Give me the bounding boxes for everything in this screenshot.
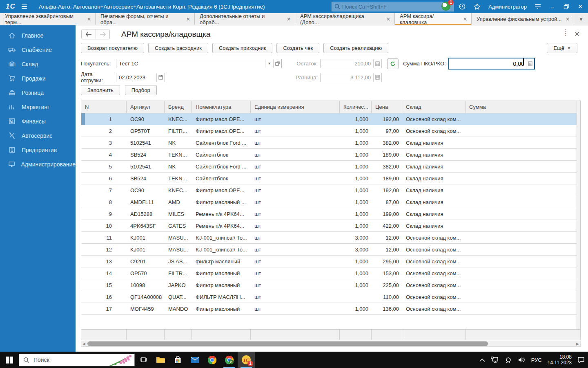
rest-calculator-icon[interactable] [373, 59, 381, 68]
table-cell[interactable]: Склад наличия [402, 184, 466, 196]
table-cell[interactable]: 1,000 [340, 220, 372, 231]
sidebar-item-retail[interactable]: Розница [0, 85, 76, 100]
sidebar-item-autoservice[interactable]: Автосервис [0, 128, 76, 143]
sidebar-item-home[interactable]: Главное [0, 28, 76, 43]
table-cell[interactable]: TEKN... [165, 149, 192, 160]
col-header-nomenclature[interactable]: Номенклатура [192, 101, 251, 113]
table-cell[interactable]: 422,00 [372, 220, 402, 231]
table-cell[interactable]: Основной склад ком... [402, 256, 466, 267]
col-header-quantity[interactable]: Количес... [340, 101, 372, 113]
task-view-button[interactable] [135, 352, 152, 368]
current-user[interactable]: Администратор [488, 4, 527, 10]
sidebar-item-sales[interactable]: Продажи [0, 71, 76, 85]
refresh-button[interactable] [387, 58, 399, 69]
table-cell[interactable] [466, 220, 580, 231]
table-cell[interactable]: Фильтр масл.OPE... [192, 113, 251, 125]
vertical-scrollbar[interactable] [577, 101, 580, 329]
table-cell[interactable]: 192,00 [372, 184, 402, 196]
network-icon[interactable] [491, 357, 499, 363]
back-button[interactable] [82, 29, 96, 39]
table-cell[interactable]: Основной склад ком... [402, 232, 466, 243]
table-cell[interactable]: KNEC... [165, 184, 192, 196]
col-header-warehouse[interactable]: Склад [402, 101, 466, 113]
taskbar-clock[interactable]: 18:08 14.11.2023 [548, 354, 572, 366]
table-cell[interactable]: 1,000 [340, 279, 372, 291]
table-cell[interactable]: NK [165, 161, 192, 172]
table-cell[interactable]: 4 [81, 149, 127, 160]
table-cell[interactable]: 189,00 [372, 149, 402, 160]
table-row[interactable]: 6SB524TEKN...Сайлентблокшт1,000189,00Скл… [81, 173, 580, 184]
tab-arm-cashier[interactable]: АРМ кассира/кладовщка✕ [395, 13, 472, 25]
table-cell[interactable]: 15 [81, 279, 127, 291]
table-cell[interactable]: шт [251, 291, 340, 303]
tab-close-icon[interactable]: ✕ [287, 16, 291, 22]
tab-print-forms[interactable]: Печатные формы, отчеты и обра...✕ [96, 13, 195, 25]
table-row[interactable]: 16QF14A00008QUAT...ФИЛЬТР МАСЛЯН...шт110… [81, 291, 580, 303]
table-cell[interactable]: 1,000 [340, 208, 372, 220]
sidebar-item-marketing[interactable]: Маркетинг [0, 100, 76, 114]
file-explorer-icon[interactable] [152, 352, 169, 368]
tab-close-icon[interactable]: ✕ [566, 16, 570, 22]
search-highlight-image[interactable] [107, 354, 134, 366]
diff-calculator-icon[interactable] [373, 73, 381, 82]
minimize-button[interactable]: – [549, 3, 556, 10]
table-cell[interactable]: Сайлентблок Ford ... [192, 137, 251, 148]
buyer-open-icon[interactable] [273, 59, 281, 68]
tray-expand-icon[interactable] [479, 358, 485, 362]
table-cell[interactable]: шт [251, 303, 340, 314]
table-cell[interactable]: TEKN... [165, 173, 192, 184]
volume-icon[interactable] [518, 357, 526, 363]
table-cell[interactable]: Склад наличия [402, 173, 466, 184]
sidebar-item-enterprise[interactable]: Предприятие [0, 143, 76, 157]
table-cell[interactable]: шт [251, 232, 340, 243]
table-cell[interactable]: шт [251, 137, 340, 148]
table-cell[interactable] [466, 173, 580, 184]
table-cell[interactable]: 10098 [127, 279, 165, 291]
tab-arm-cashier-dop[interactable]: АРМ кассира/кладовщика (Допо...✕ [295, 13, 395, 25]
table-cell[interactable]: QF14A00008 [127, 291, 165, 303]
table-cell[interactable]: Склад наличия [402, 208, 466, 220]
table-cell[interactable]: Ремень п/к 4PK64... [192, 220, 251, 231]
table-cell[interactable]: 8 [81, 196, 127, 208]
table-cell[interactable]: 1,000 [340, 196, 372, 208]
table-cell[interactable]: 7 [81, 184, 127, 196]
table-cell[interactable] [466, 125, 580, 137]
table-cell[interactable]: Основной склад ком... [402, 291, 466, 303]
table-cell[interactable]: шт [251, 256, 340, 267]
create-expense-button[interactable]: Создать расходник [148, 43, 208, 53]
form-close-icon[interactable]: ✕ [575, 30, 580, 38]
table-cell[interactable]: C9201 [127, 256, 165, 267]
table-cell[interactable]: OC90 [127, 184, 165, 196]
table-cell[interactable]: Основной склад ком... [402, 125, 466, 137]
table-cell[interactable]: KJ001 [127, 244, 165, 255]
table-cell[interactable]: KJ-001_клипса!\ То... [192, 244, 251, 255]
table-cell[interactable]: NK [165, 137, 192, 148]
table-cell[interactable] [466, 208, 580, 220]
table-cell[interactable]: Фильтр масляный [192, 279, 251, 291]
table-row[interactable]: 55102541NKСайлентблок Ford ...шт1,000382… [81, 161, 580, 173]
table-cell[interactable] [466, 149, 580, 160]
tab-additional-reports[interactable]: Дополнительные отчеты и обраб...✕ [195, 13, 295, 25]
table-cell[interactable]: Ремень п/к 4PK64... [192, 208, 251, 220]
table-cell[interactable]: Склад наличия [402, 196, 466, 208]
table-cell[interactable]: 3 [81, 137, 127, 148]
ship-date-input[interactable]: 02.02.2023 [116, 73, 165, 82]
table-cell[interactable]: MOF4459 [127, 303, 165, 314]
table-cell[interactable] [466, 267, 580, 279]
taskbar-search-input[interactable]: Поиск [19, 354, 135, 366]
sidebar-item-administration[interactable]: Администрирование [0, 157, 76, 171]
table-row[interactable]: 13C9201JS AS...фильтр масляныйшт1,000295… [81, 256, 580, 267]
table-cell[interactable] [466, 184, 580, 196]
table-cell[interactable]: 192,00 [372, 113, 402, 125]
col-header-articul[interactable]: Артикул [127, 101, 165, 113]
table-row[interactable]: 1OC90KNEC...Фильтр масл.OPE...шт1,000192… [81, 113, 580, 125]
table-row[interactable]: 7OC90KNEC...Фильтр масл.OPE...шт1,000192… [81, 184, 580, 196]
col-header-unit[interactable]: Единица измерения [251, 101, 340, 113]
table-cell[interactable]: Фильтр масляный [192, 303, 251, 314]
language-indicator[interactable]: РУС [531, 357, 542, 363]
table-cell[interactable]: QUAT... [165, 291, 192, 303]
table-cell[interactable]: шт [251, 279, 340, 291]
start-button[interactable] [0, 352, 19, 368]
table-cell[interactable] [340, 291, 372, 303]
table-cell[interactable] [466, 161, 580, 172]
